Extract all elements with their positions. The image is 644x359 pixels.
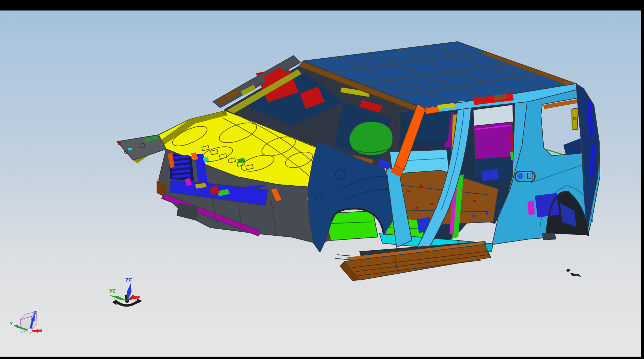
quarter-window-bracket[interactable] bbox=[572, 108, 578, 130]
cad-application-window: ZC YC XC Z Y X bbox=[0, 0, 644, 359]
fender-teal-bit[interactable] bbox=[128, 148, 132, 150]
top-frame-bar bbox=[0, 0, 644, 10]
plug-hole[interactable] bbox=[472, 214, 475, 217]
plug-hole[interactable] bbox=[486, 212, 488, 215]
plug-hole[interactable] bbox=[499, 211, 501, 213]
right-frame-bar bbox=[641, 0, 644, 359]
viewport-canvas[interactable]: ZC YC XC Z Y X bbox=[0, 0, 644, 359]
fender-red-dot[interactable] bbox=[118, 142, 121, 145]
speck-red-dot bbox=[576, 275, 578, 276]
datum-x-label: X bbox=[39, 329, 43, 333]
wcs-y-label: YC bbox=[109, 288, 116, 294]
speck-red-dot bbox=[572, 273, 574, 275]
bottom-frame-bar bbox=[0, 357, 644, 359]
datum-origin-sphere[interactable] bbox=[27, 329, 33, 334]
datum-z-label: Z bbox=[34, 310, 37, 315]
wcs-x-label: XC bbox=[134, 295, 141, 300]
datum-y-label: Y bbox=[9, 321, 13, 326]
arch-front-tab[interactable] bbox=[542, 233, 556, 240]
wcs-z-label: ZC bbox=[125, 277, 132, 282]
